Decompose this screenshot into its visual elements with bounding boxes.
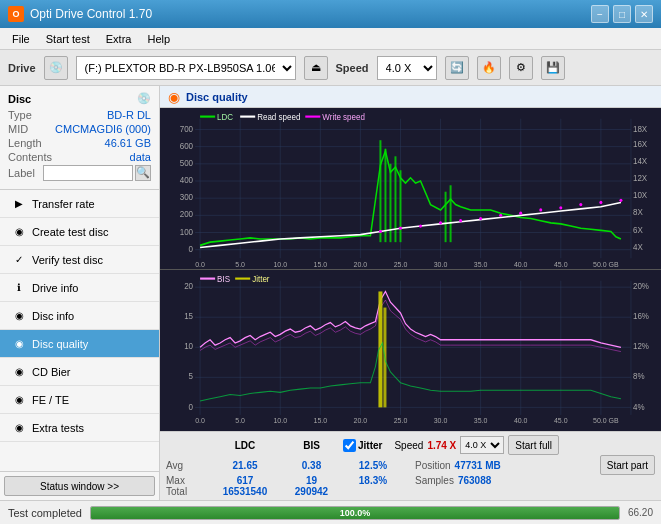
sidebar-item-drive-info[interactable]: ℹ Drive info [0, 274, 159, 302]
svg-text:50.0 GB: 50.0 GB [593, 260, 619, 269]
svg-text:12%: 12% [633, 341, 650, 351]
svg-text:0: 0 [189, 401, 194, 411]
status-window-area: Status window >> [0, 471, 159, 500]
create-test-disc-icon: ◉ [12, 225, 26, 239]
burn-button[interactable]: 🔥 [477, 56, 501, 80]
drive-icon: 💿 [44, 56, 68, 80]
close-button[interactable]: ✕ [635, 5, 653, 23]
drive-selector[interactable]: (F:) PLEXTOR BD-R PX-LB950SA 1.06 [76, 56, 296, 80]
menu-file[interactable]: File [4, 31, 38, 47]
svg-text:8X: 8X [633, 207, 643, 217]
svg-text:16X: 16X [633, 138, 648, 148]
verify-test-disc-icon: ✓ [12, 253, 26, 267]
total-bis: 290942 [284, 486, 339, 497]
content-title: Disc quality [186, 91, 248, 103]
stats-headers: LDC BIS Jitter Speed 1.74 X 4.0 X Start … [166, 435, 559, 455]
disc-quality-icon: ◉ [12, 337, 26, 351]
sidebar-item-transfer-rate[interactable]: ▶ Transfer rate [0, 190, 159, 218]
disc-label-icon-button[interactable]: 🔍 [135, 165, 151, 181]
maximize-button[interactable]: □ [613, 5, 631, 23]
svg-text:LDC: LDC [217, 112, 233, 122]
svg-point-52 [539, 208, 542, 211]
svg-text:25.0: 25.0 [394, 260, 408, 269]
sidebar-item-fe-te[interactable]: ◉ FE / TE [0, 386, 159, 414]
svg-point-46 [419, 224, 422, 227]
svg-rect-42 [445, 192, 447, 242]
sidebar-item-verify-test-disc[interactable]: ✓ Verify test disc [0, 246, 159, 274]
sidebar-item-disc-quality[interactable]: ◉ Disc quality [0, 330, 159, 358]
avg-bis: 0.38 [284, 460, 339, 471]
svg-text:10: 10 [184, 341, 193, 351]
avg-ldc: 21.65 [210, 460, 280, 471]
svg-text:400: 400 [180, 175, 194, 185]
speed-value: 1.74 X [427, 440, 456, 451]
main-content: ◉ Disc quality [160, 86, 661, 500]
svg-point-51 [519, 212, 522, 215]
cd-bier-icon: ◉ [12, 365, 26, 379]
svg-text:45.0: 45.0 [554, 416, 568, 425]
disc-type-label: Type [8, 109, 32, 121]
svg-text:200: 200 [180, 209, 194, 219]
jitter-checkbox[interactable] [343, 439, 356, 452]
disc-label-input[interactable] [43, 165, 133, 181]
svg-rect-38 [384, 149, 386, 242]
svg-text:0: 0 [189, 244, 194, 254]
content-header: ◉ Disc quality [160, 86, 661, 108]
disc-type-value: BD-R DL [107, 109, 151, 121]
menu-extra[interactable]: Extra [98, 31, 140, 47]
app-icon: O [8, 6, 24, 22]
sidebar-item-create-test-disc[interactable]: ◉ Create test disc [0, 218, 159, 246]
status-window-button[interactable]: Status window >> [4, 476, 155, 496]
svg-point-54 [579, 203, 582, 206]
speed-selector[interactable]: 4.0 X [377, 56, 437, 80]
fe-te-icon: ◉ [12, 393, 26, 407]
svg-text:40.0: 40.0 [514, 260, 528, 269]
refresh-button[interactable]: 🔄 [445, 56, 469, 80]
svg-point-50 [499, 214, 502, 217]
disc-length-label: Length [8, 137, 42, 149]
svg-text:5: 5 [189, 371, 194, 381]
max-label: Max [166, 475, 206, 486]
start-full-button[interactable]: Start full [508, 435, 559, 455]
menu-start-test[interactable]: Start test [38, 31, 98, 47]
content-header-icon: ◉ [168, 89, 180, 105]
position-value: 47731 MB [455, 460, 501, 471]
speed-label: Speed [394, 440, 423, 451]
svg-text:0.0: 0.0 [195, 260, 205, 269]
progress-right: 66.20 [628, 507, 653, 518]
sidebar-item-disc-info[interactable]: ◉ Disc info [0, 302, 159, 330]
title-bar-left: O Opti Drive Control 1.70 [8, 6, 152, 22]
extra-tests-label: Extra tests [32, 422, 84, 434]
position-label: Position [415, 460, 451, 471]
speed-select[interactable]: 4.0 X [460, 436, 504, 454]
samples-value: 763088 [458, 475, 491, 486]
drive-label: Drive [8, 62, 36, 74]
disc-type-row: Type BD-R DL [8, 109, 151, 121]
verify-test-disc-label: Verify test disc [32, 254, 103, 266]
svg-text:4%: 4% [633, 401, 645, 411]
svg-rect-43 [450, 185, 452, 242]
svg-rect-74 [160, 270, 661, 431]
stats-row1: LDC BIS Jitter Speed 1.74 X 4.0 X Start … [166, 435, 655, 455]
disc-label-input-group: 🔍 [43, 165, 151, 181]
start-part-button[interactable]: Start part [600, 455, 655, 475]
svg-text:14X: 14X [633, 156, 648, 166]
svg-point-56 [619, 199, 622, 202]
minimize-button[interactable]: − [591, 5, 609, 23]
sidebar-item-cd-bier[interactable]: ◉ CD Bier [0, 358, 159, 386]
max-jitter: 18.3% [343, 475, 403, 486]
settings-button[interactable]: ⚙ [509, 56, 533, 80]
disc-mid-label: MID [8, 123, 28, 135]
chart-lower-svg: 20 15 10 5 0 20% 16% 12% 8% 4% [160, 270, 661, 431]
sidebar-item-extra-tests[interactable]: ◉ Extra tests [0, 414, 159, 442]
chart-lower: 20 15 10 5 0 20% 16% 12% 8% 4% [160, 270, 661, 431]
svg-text:5.0: 5.0 [235, 416, 245, 425]
save-button[interactable]: 💾 [541, 56, 565, 80]
total-label: Total [166, 486, 206, 497]
transfer-rate-icon: ▶ [12, 197, 26, 211]
samples-label: Samples [415, 475, 454, 486]
svg-point-47 [439, 221, 442, 224]
menu-help[interactable]: Help [139, 31, 178, 47]
svg-text:20%: 20% [633, 281, 650, 291]
eject-button[interactable]: ⏏ [304, 56, 328, 80]
